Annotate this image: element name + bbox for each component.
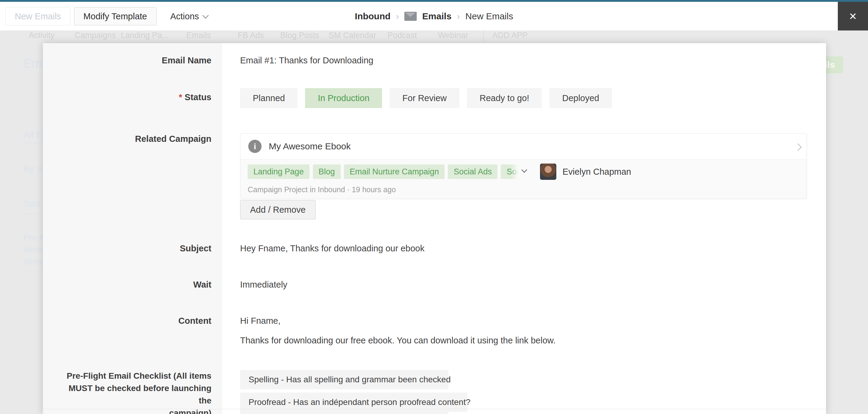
- status-label-text: Status: [185, 92, 211, 102]
- tab-fb-ads[interactable]: FB Ads: [238, 31, 264, 40]
- status-option-in-production[interactable]: In Production: [305, 88, 382, 108]
- row-divider: [43, 409, 826, 409]
- owner-name: Evielyn Chapman: [562, 167, 631, 177]
- tab-landing-pages[interactable]: Landing Pa...: [121, 31, 169, 40]
- checklist-item-spelling[interactable]: Spelling - Has all spelling and grammar …: [240, 370, 448, 389]
- breadcrumb-project[interactable]: Inbound: [355, 11, 391, 22]
- subject-value[interactable]: Hey Fname, Thanks for downloading our eb…: [240, 243, 424, 253]
- status-option-for-review[interactable]: For Review: [390, 88, 459, 108]
- breadcrumb: Inbound › Emails › New Emails: [355, 2, 513, 31]
- tab-podcast[interactable]: Podcast: [388, 31, 417, 40]
- tag-blog: Blog: [313, 165, 341, 179]
- tab-emails[interactable]: Emails: [186, 31, 211, 40]
- breadcrumb-section[interactable]: Emails: [422, 11, 452, 22]
- background-preflight-line3: launc: [24, 256, 44, 266]
- email-detail-modal: Email Name Email #1: Thanks for Download…: [43, 43, 826, 414]
- envelope-icon: [404, 12, 417, 21]
- status-button-group: Planned In Production For Review Ready t…: [240, 88, 612, 108]
- email-name-label: Email Name: [43, 55, 211, 66]
- actions-menu-button[interactable]: Actions: [165, 7, 213, 25]
- app-root: Activity Campaigns Landing Pa... Emails …: [0, 0, 868, 414]
- close-icon: ×: [849, 9, 857, 24]
- related-campaign-label: Related Campaign: [43, 134, 211, 144]
- status-option-deployed[interactable]: Deployed: [549, 88, 612, 108]
- related-campaign-card[interactable]: i My Awesome Ebook Landing Page Blog Ema…: [240, 133, 807, 199]
- tab-blog-posts[interactable]: Blog Posts: [280, 31, 319, 40]
- campaign-card-footer: Landing Page Blog Email Nurture Campaign…: [240, 159, 807, 199]
- modify-template-button[interactable]: Modify Template: [74, 7, 156, 25]
- tab-webinar[interactable]: Webinar: [438, 31, 468, 40]
- actions-label: Actions: [170, 11, 199, 22]
- tab-add-app[interactable]: ADD APP: [492, 31, 528, 40]
- new-emails-button[interactable]: New Emails: [5, 7, 70, 25]
- info-icon: i: [248, 140, 261, 153]
- background-tab-bar: Activity Campaigns Landing Pa... Emails …: [0, 31, 868, 43]
- tag-social-ads: Social Ads: [448, 165, 497, 179]
- content-label: Content: [43, 316, 211, 326]
- wait-value[interactable]: Immediately: [240, 279, 287, 290]
- background-preflight-line1: Pre-F: [24, 233, 45, 243]
- checklist-label-line2: MUST be checked before launching the: [61, 382, 211, 407]
- checklist-label: Pre-Flight Email Checklist (All items MU…: [61, 370, 211, 414]
- campaign-tags-row: Landing Page Blog Email Nurture Campaign…: [248, 164, 800, 180]
- status-option-ready-to-go[interactable]: Ready to go!: [467, 88, 542, 108]
- background-sort[interactable]: Sort: [24, 199, 40, 209]
- chevron-right-icon: [794, 143, 802, 151]
- content-line-2[interactable]: Thanks for downloading our free ebook. Y…: [240, 335, 556, 345]
- checklist-label-line1: Pre-Flight Email Checklist (All items: [61, 370, 211, 382]
- tags-expand-chevron-down-icon[interactable]: [521, 167, 527, 173]
- checklist-label-line3: campaign): [61, 407, 211, 414]
- background-preflight-line2: items: [24, 245, 44, 254]
- tab-sm-calendar[interactable]: SM Calendar: [329, 31, 376, 40]
- add-remove-button[interactable]: Add / Remove: [240, 200, 316, 219]
- modal-toolbar: New Emails Modify Template Actions Inbou…: [0, 2, 868, 31]
- campaign-title: My Awesome Ebook: [269, 141, 351, 151]
- tab-activity[interactable]: Activity: [29, 31, 55, 40]
- breadcrumb-page: New Emails: [465, 11, 513, 22]
- chevron-down-icon: [203, 12, 209, 19]
- tag-fade-overlay: [510, 165, 518, 179]
- campaign-card-header[interactable]: i My Awesome Ebook: [240, 134, 807, 159]
- background-filter-all-emails[interactable]: All E: [24, 130, 42, 140]
- chevron-right-icon: ›: [396, 11, 399, 22]
- subject-label: Subject: [43, 243, 211, 253]
- chevron-right-icon: ›: [457, 11, 460, 22]
- close-button[interactable]: ×: [838, 2, 868, 31]
- tab-campaigns[interactable]: Campaigns: [74, 31, 116, 40]
- background-filter-by-status[interactable]: By S: [24, 164, 42, 174]
- tag-landing-page: Landing Page: [248, 165, 310, 179]
- status-option-planned[interactable]: Planned: [240, 88, 298, 108]
- tab-divider: [483, 31, 484, 42]
- top-accent-bar: [0, 0, 868, 2]
- content-line-1[interactable]: Hi Fname,: [240, 316, 281, 326]
- wait-label: Wait: [43, 279, 211, 290]
- owner-avatar: [540, 164, 556, 180]
- email-name-value[interactable]: Email #1: Thanks for Downloading: [240, 55, 373, 66]
- required-asterisk: *: [179, 92, 182, 102]
- tag-email-nurture-campaign: Email Nurture Campaign: [344, 165, 445, 179]
- campaign-meta: Campaign Project in Inbound · 19 hours a…: [248, 185, 800, 194]
- checklist-item-partial: [240, 411, 448, 414]
- status-label: *Status: [43, 92, 211, 102]
- tag-truncated: Soc: [501, 165, 518, 179]
